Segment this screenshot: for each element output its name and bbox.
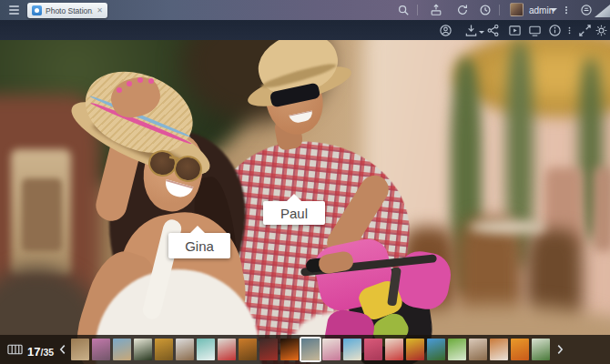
counter-total: 35 xyxy=(43,347,54,358)
cast-tv-icon[interactable] xyxy=(528,24,542,37)
tab-label: Photo Station... xyxy=(46,6,93,15)
filmstrip-thumbnail[interactable] xyxy=(364,339,382,360)
chevron-right-icon[interactable] xyxy=(554,343,566,356)
filmstrip-thumbnail[interactable] xyxy=(448,339,466,360)
caret-down-icon[interactable] xyxy=(550,8,557,12)
tab-photo-station[interactable]: Photo Station... ✕ xyxy=(27,3,107,18)
upload-icon[interactable] xyxy=(430,4,442,16)
download-icon[interactable] xyxy=(464,24,478,37)
filmstrip-thumbnail[interactable] xyxy=(511,339,529,360)
more-vertical-icon[interactable] xyxy=(565,24,574,37)
fullscreen-icon[interactable] xyxy=(578,24,592,37)
face-tag-label: Paul xyxy=(280,206,308,221)
search-icon[interactable] xyxy=(397,4,410,16)
photo-scene-shape xyxy=(22,178,62,251)
filmstrip-thumbnail[interactable] xyxy=(490,339,508,360)
toolbar-divider xyxy=(417,5,418,15)
filmstrip-thumbnail[interactable] xyxy=(406,339,424,360)
filmstrip-thumbnail[interactable] xyxy=(427,339,445,360)
filmstrip-thumbnail[interactable] xyxy=(176,339,194,360)
filmstrip-thumbnail[interactable] xyxy=(71,339,89,360)
filmstrip-thumbnail[interactable] xyxy=(469,339,487,360)
filmstrip-icon xyxy=(7,344,23,355)
photo-scene-shape xyxy=(137,77,143,83)
filmstrip-thumbnail[interactable] xyxy=(218,339,236,360)
filmstrip-thumbnail[interactable] xyxy=(343,339,361,360)
filmstrip-thumbnail[interactable] xyxy=(134,339,152,360)
face-tag-gina[interactable]: Gina xyxy=(168,233,230,258)
filmstrip-thumbnail[interactable] xyxy=(155,339,173,360)
chevron-left-icon[interactable] xyxy=(56,343,69,356)
photo-station-app-icon xyxy=(32,5,42,15)
filmstrip-thumbnail[interactable] xyxy=(532,339,550,360)
filmstrip-thumbnails xyxy=(71,339,550,360)
counter-current: 17 xyxy=(27,345,40,359)
viewer-toolbar xyxy=(0,20,610,40)
photo-scene-shape xyxy=(127,81,132,86)
face-tag-pointer xyxy=(287,194,301,201)
face-tag-pointer xyxy=(190,226,205,233)
share-icon[interactable] xyxy=(486,24,500,37)
filmstrip-thumbnail[interactable] xyxy=(259,339,278,360)
background-tasks-icon[interactable] xyxy=(456,4,469,16)
face-tag-paul[interactable]: Paul xyxy=(263,201,325,225)
avatar[interactable] xyxy=(510,3,524,16)
qts-top-bar: Photo Station... ✕ admin xyxy=(0,0,610,20)
photo-scene-shape xyxy=(117,87,122,93)
dashboard-icon[interactable] xyxy=(580,4,593,16)
filmstrip-bar: 17/35 xyxy=(0,335,610,364)
clock-icon[interactable] xyxy=(479,4,492,16)
face-tag-icon[interactable] xyxy=(439,24,452,37)
filmstrip-thumbnail[interactable] xyxy=(239,339,257,360)
download-caret-icon[interactable] xyxy=(479,31,484,34)
tab-close-icon[interactable]: ✕ xyxy=(97,7,103,15)
more-vertical-icon[interactable] xyxy=(562,4,571,16)
photo-scene-shape xyxy=(148,78,154,84)
filmstrip-thumbnail[interactable] xyxy=(322,339,341,360)
show-desktop-corner[interactable] xyxy=(595,5,610,17)
photo-counter: 17/35 xyxy=(27,343,54,359)
filmstrip-thumbnail[interactable] xyxy=(113,339,131,360)
settings-gear-icon[interactable] xyxy=(595,24,608,37)
toolbar-divider xyxy=(499,5,500,15)
menu-icon[interactable] xyxy=(7,4,21,16)
filmstrip-thumbnail[interactable] xyxy=(385,339,403,360)
face-tag-label: Gina xyxy=(185,238,214,254)
filmstrip-thumbnail[interactable] xyxy=(92,339,110,360)
filmstrip-thumbnail[interactable] xyxy=(197,339,215,360)
filmstrip-thumbnail[interactable] xyxy=(280,339,299,360)
filmstrip-thumbnail-selected[interactable] xyxy=(301,339,320,360)
photo-scene-shape xyxy=(594,167,610,251)
info-icon[interactable] xyxy=(548,24,562,37)
photo-scene-shape xyxy=(469,220,546,234)
slideshow-icon[interactable] xyxy=(508,24,522,37)
